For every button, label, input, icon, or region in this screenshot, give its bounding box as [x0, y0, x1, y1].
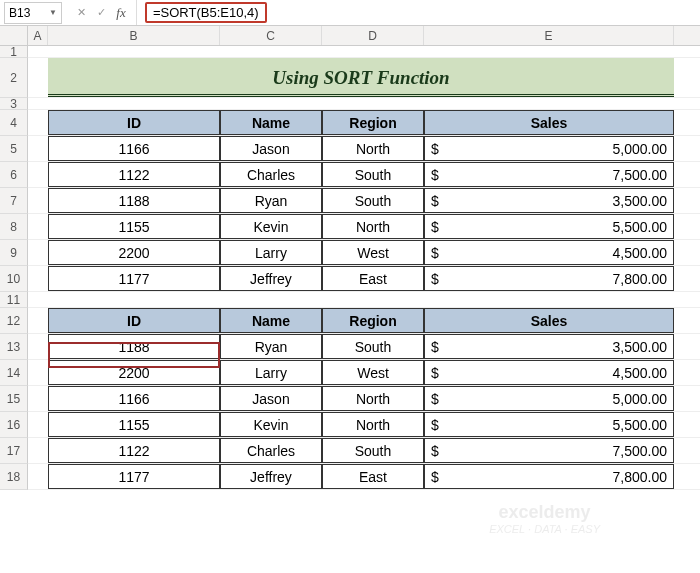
cell[interactable] [28, 386, 48, 411]
header-region[interactable]: Region [322, 110, 424, 135]
cell-name[interactable]: Jeffrey [220, 464, 322, 489]
cell-id[interactable]: 1177 [48, 464, 220, 489]
cell-sales[interactable]: $4,500.00 [424, 360, 674, 385]
cell-name[interactable]: Larry [220, 360, 322, 385]
row-header-5[interactable]: 5 [0, 136, 28, 162]
row-header-2[interactable]: 2 [0, 58, 28, 98]
row-header-11[interactable]: 11 [0, 292, 28, 308]
cell-region[interactable]: East [322, 266, 424, 291]
col-header-D[interactable]: D [322, 26, 424, 45]
row-header-16[interactable]: 16 [0, 412, 28, 438]
enter-icon[interactable]: ✓ [92, 4, 110, 22]
cell[interactable] [28, 110, 48, 135]
cell-sales[interactable]: $3,500.00 [424, 188, 674, 213]
cell-name[interactable]: Kevin [220, 412, 322, 437]
cell-name[interactable]: Ryan [220, 188, 322, 213]
cell-name[interactable]: Charles [220, 162, 322, 187]
row-header-8[interactable]: 8 [0, 214, 28, 240]
cell-name[interactable]: Jeffrey [220, 266, 322, 291]
row-header-6[interactable]: 6 [0, 162, 28, 188]
cell[interactable] [28, 292, 48, 307]
cancel-icon[interactable]: ✕ [72, 4, 90, 22]
row-header-12[interactable]: 12 [0, 308, 28, 334]
header-name[interactable]: Name [220, 110, 322, 135]
cell[interactable] [28, 464, 48, 489]
col-header-C[interactable]: C [220, 26, 322, 45]
cell-name[interactable]: Larry [220, 240, 322, 265]
row-header-7[interactable]: 7 [0, 188, 28, 214]
cell-region[interactable]: South [322, 438, 424, 463]
cell-sales[interactable]: $7,500.00 [424, 162, 674, 187]
cell-id[interactable]: 1177 [48, 266, 220, 291]
cell-id[interactable]: 1155 [48, 214, 220, 239]
row-header-9[interactable]: 9 [0, 240, 28, 266]
cell[interactable] [28, 98, 48, 109]
cell-id[interactable]: 1166 [48, 136, 220, 161]
cell-region[interactable]: South [322, 188, 424, 213]
cell[interactable] [28, 412, 48, 437]
cell-id[interactable]: 1155 [48, 412, 220, 437]
cell-region[interactable]: North [322, 386, 424, 411]
cell[interactable] [28, 214, 48, 239]
cell-region[interactable]: East [322, 464, 424, 489]
row-header-13[interactable]: 13 [0, 334, 28, 360]
cell-id[interactable]: 1166 [48, 386, 220, 411]
cell-region[interactable]: West [322, 360, 424, 385]
cell-sales[interactable]: $3,500.00 [424, 334, 674, 359]
cell[interactable] [28, 308, 48, 333]
cell[interactable] [28, 266, 48, 291]
cell-sales[interactable]: $4,500.00 [424, 240, 674, 265]
cell[interactable] [28, 58, 48, 97]
row-header-3[interactable]: 3 [0, 98, 28, 110]
header-sales[interactable]: Sales [424, 308, 674, 333]
name-box[interactable]: B13 ▼ [4, 2, 62, 24]
header-id[interactable]: ID [48, 308, 220, 333]
col-header-B[interactable]: B [48, 26, 220, 45]
cell[interactable] [28, 46, 48, 57]
cell-sales[interactable]: $5,500.00 [424, 412, 674, 437]
row-header-14[interactable]: 14 [0, 360, 28, 386]
row-header-1[interactable]: 1 [0, 46, 28, 58]
cell-region[interactable]: South [322, 162, 424, 187]
cell-id[interactable]: 1188 [48, 188, 220, 213]
header-sales[interactable]: Sales [424, 110, 674, 135]
cell[interactable] [28, 162, 48, 187]
cell-region[interactable]: North [322, 412, 424, 437]
row-header-4[interactable]: 4 [0, 110, 28, 136]
row-header-18[interactable]: 18 [0, 464, 28, 490]
formula-input[interactable]: =SORT(B5:E10,4) [137, 0, 700, 25]
cell[interactable] [28, 360, 48, 385]
cells-area[interactable]: Using SORT Function ID Name Region Sales… [28, 46, 700, 490]
cell-name[interactable]: Jason [220, 136, 322, 161]
cell[interactable] [28, 438, 48, 463]
select-all-corner[interactable] [0, 26, 28, 45]
col-header-E[interactable]: E [424, 26, 674, 45]
cell-name[interactable]: Ryan [220, 334, 322, 359]
cell-region[interactable]: West [322, 240, 424, 265]
cell-id[interactable]: 1122 [48, 162, 220, 187]
cell[interactable] [28, 240, 48, 265]
row-header-10[interactable]: 10 [0, 266, 28, 292]
row-header-17[interactable]: 17 [0, 438, 28, 464]
row-header-15[interactable]: 15 [0, 386, 28, 412]
cell-name[interactable]: Charles [220, 438, 322, 463]
cell-name[interactable]: Jason [220, 386, 322, 411]
chevron-down-icon[interactable]: ▼ [49, 8, 57, 17]
cell-region[interactable]: South [322, 334, 424, 359]
header-region[interactable]: Region [322, 308, 424, 333]
cell[interactable] [28, 334, 48, 359]
col-header-A[interactable]: A [28, 26, 48, 45]
cell-name[interactable]: Kevin [220, 214, 322, 239]
cell-region[interactable]: North [322, 136, 424, 161]
cell-id[interactable]: 2200 [48, 240, 220, 265]
cell-sales[interactable]: $7,800.00 [424, 266, 674, 291]
cell-sales[interactable]: $5,500.00 [424, 214, 674, 239]
fx-icon[interactable]: fx [112, 4, 130, 22]
header-name[interactable]: Name [220, 308, 322, 333]
cell-region[interactable]: North [322, 214, 424, 239]
cell[interactable] [28, 188, 48, 213]
header-id[interactable]: ID [48, 110, 220, 135]
cell[interactable] [28, 136, 48, 161]
cell-sales[interactable]: $7,800.00 [424, 464, 674, 489]
cell-id[interactable]: 2200 [48, 360, 220, 385]
